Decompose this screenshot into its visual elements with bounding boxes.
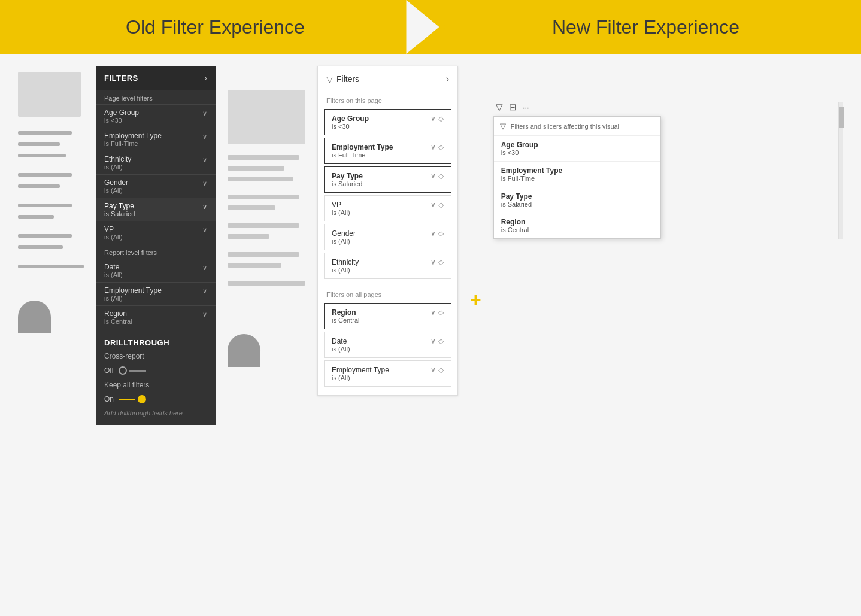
chevron-age-group: ∨ [202,110,207,117]
eraser-emp-type[interactable]: ◇ [438,143,444,151]
filter-value-gender: is (All) [104,187,128,194]
popup-value-pay-type: is Salaried [501,201,653,208]
mock-line-8 [18,234,72,238]
eraser-date[interactable]: ◇ [438,337,444,345]
popup-value-region: is Central [501,226,653,233]
new-filter-age-group[interactable]: Age Group is <30 ∨ ◇ [324,109,451,135]
mid-visual-1 [228,90,305,144]
chevron-down-pay-type[interactable]: ∨ [430,172,436,180]
new-filter-ethnicity[interactable]: Ethnicity is (All) ∨ ◇ [324,253,451,279]
new-filter-header[interactable]: ▽ Filters › [318,66,457,92]
chevron-down-date[interactable]: ∨ [430,337,436,345]
filter-item-age-group[interactable]: Age Group is <30 ∨ [96,104,216,128]
filter-name-gender: Gender [104,178,128,187]
chevron-vp: ∨ [202,226,207,234]
popup-header: ▽ Filters and slicers affecting this vis… [494,117,660,136]
eraser-pay-type[interactable]: ◇ [438,172,444,180]
popup-item-region[interactable]: Region is Central [494,213,660,238]
header-right: New Filter Experience [430,16,861,38]
mock-line-2 [18,142,60,146]
chevron-down-gender[interactable]: ∨ [430,229,436,238]
mid-bar-2 [228,166,284,171]
new-filter-name-date: Date [332,337,350,345]
mock-line-4 [18,173,72,177]
eraser-vp[interactable]: ◇ [438,201,444,209]
new-filter-title-text: Filters [336,74,359,84]
eraser-region[interactable]: ◇ [438,308,444,317]
cross-report-toggle-row[interactable]: Off [104,366,207,375]
on-label: On [104,395,114,403]
new-filter-emp-type-all[interactable]: Employment Type is (All) ∨ ◇ [324,360,451,387]
chevron-down-vp[interactable]: ∨ [430,201,436,209]
eraser-gender[interactable]: ◇ [438,229,444,238]
popup-scrollbar-track[interactable] [838,102,843,239]
popup-item-emp-type[interactable]: Employment Type is Full-Time [494,162,660,187]
new-filter-title: New Filter Experience [552,16,739,38]
popup-item-age-group[interactable]: Age Group is <30 [494,136,660,162]
toggle-off-control[interactable] [119,366,146,375]
mid-bar-6 [228,223,299,228]
chevron-ethnicity: ∨ [202,156,207,164]
left-visuals [18,72,84,333]
mid-bar-1 [228,155,299,160]
chevron-down-age-group[interactable]: ∨ [430,114,436,123]
new-filter-employment-type[interactable]: Employment Type is Full-Time ∨ ◇ [324,138,451,164]
new-filter-region[interactable]: Region is Central ∨ ◇ [324,303,451,329]
new-filter-gender[interactable]: Gender is (All) ∨ ◇ [324,224,451,250]
popup-filter-icon[interactable]: ▽ [496,102,503,113]
popup-value-emp-type: is Full-Time [501,175,653,182]
chevron-down-emp-all[interactable]: ∨ [430,366,436,374]
middle-visuals [228,90,305,367]
new-filter-pay-type[interactable]: Pay Type is Salaried ∨ ◇ [324,166,451,193]
new-filter-value-ethnicity: is (All) [332,266,359,274]
mid-bar-10 [228,281,305,286]
popup-scrollbar-thumb[interactable] [839,107,844,128]
mock-line-9 [18,245,63,249]
eraser-emp-all[interactable]: ◇ [438,366,444,374]
chevron-region: ∨ [202,311,207,318]
new-filter-value-date: is (All) [332,345,350,353]
keep-all-toggle-row[interactable]: On [104,395,207,403]
popup-save-icon[interactable]: ⊟ [509,102,517,113]
new-filter-vp[interactable]: VP is (All) ∨ ◇ [324,195,451,221]
chevron-down-emp-type[interactable]: ∨ [430,143,436,151]
filter-value-emp-type-report: is (All) [104,295,162,302]
new-filter-icon: ▽ [326,74,333,84]
eraser-age-group[interactable]: ◇ [438,114,444,123]
mock-line-6 [18,204,72,207]
filter-item-gender[interactable]: Gender is (All) ∨ [96,174,216,198]
chevron-down-region[interactable]: ∨ [430,308,436,317]
mock-line-3 [18,154,66,157]
filters-on-all-pages-label: Filters on all pages [318,286,457,301]
mid-bar-4 [228,195,299,199]
report-filters-list: Date is (All) ∨ Employment Type is (All)… [96,259,216,329]
filter-panel-header[interactable]: FILTERS › [96,66,216,90]
filter-item-date[interactable]: Date is (All) ∨ [96,259,216,282]
popup-panel: ▽ Filters and slicers affecting this vis… [493,116,661,239]
popup-item-pay-type[interactable]: Pay Type is Salaried [494,187,660,213]
filter-item-region[interactable]: Region is Central ∨ [96,305,216,329]
filter-name-emp-type-report: Employment Type [104,286,162,295]
toggle-circle-off [119,366,127,375]
filter-item-emp-type-report[interactable]: Employment Type is (All) ∨ [96,282,216,305]
filter-item-vp[interactable]: VP is (All) ∨ [96,221,216,244]
chevron-gender: ∨ [202,180,207,187]
popup-wrapper: ▽ ⊟ ··· ▽ Filters and slicers affecting … [493,102,843,239]
plus-button[interactable]: + [470,289,481,311]
filter-item-employment-type[interactable]: Employment Type is Full-Time ∨ [96,128,216,151]
popup-subtitle: Filters and slicers affecting this visua… [511,123,654,130]
filter-item-pay-type[interactable]: Pay Type is Salaried ∨ [96,198,216,221]
filters-on-page-label: Filters on this page [318,92,457,107]
filter-item-ethnicity[interactable]: Ethnicity is (All) ∨ [96,151,216,174]
new-filter-chevron[interactable]: › [446,74,449,84]
toggle-on-control[interactable] [119,395,146,403]
chevron-emp-type-report: ∨ [202,287,207,295]
new-filter-date[interactable]: Date is (All) ∨ ◇ [324,332,451,358]
chevron-down-ethnicity[interactable]: ∨ [430,258,436,266]
filter-name-age-group: Age Group [104,108,139,117]
eraser-ethnicity[interactable]: ◇ [438,258,444,266]
popup-more-icon[interactable]: ··· [523,103,529,112]
filter-panel-title: FILTERS [104,74,138,83]
mock-line-10 [18,265,84,268]
filter-panel-chevron[interactable]: › [204,73,207,83]
